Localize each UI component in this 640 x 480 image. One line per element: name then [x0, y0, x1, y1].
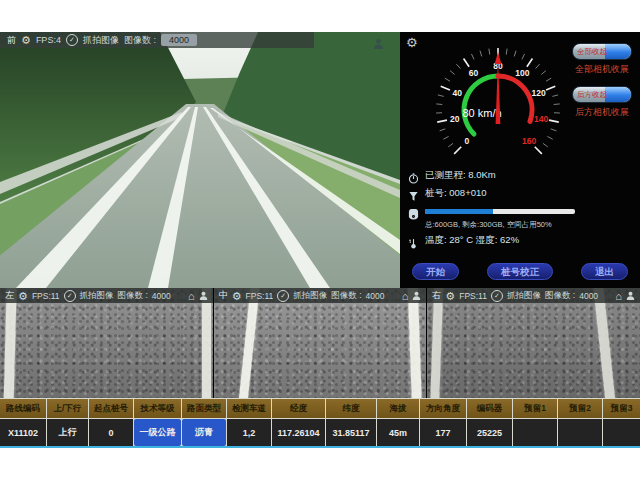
status-info: 已测里程: 8.0Km 桩号: 008+010	[408, 166, 608, 249]
stake-calibration-button[interactable]: 桩号校正	[487, 263, 553, 280]
fps-counter: FPS:11	[32, 291, 60, 301]
value-cell-road-grade[interactable]: 一级公路	[134, 419, 181, 446]
camera-position-label: 左	[5, 289, 14, 302]
gear-icon[interactable]: ⚙	[445, 291, 455, 301]
fps-counter: FPS:11	[459, 291, 487, 301]
person-icon[interactable]	[199, 291, 208, 300]
front-camera-view: 前 ⚙ FPS:4 ✓ 抓拍图像 图像数 : 4000	[0, 32, 400, 288]
svg-text:160: 160	[522, 136, 536, 146]
all-cameras-toggle[interactable]: 全部收起	[572, 43, 632, 60]
storage-progress-fill	[425, 209, 493, 214]
speedometer-gauge: 02040608010012014016080 km/h	[410, 32, 586, 164]
svg-text:100: 100	[515, 68, 529, 78]
environment-text: 温度: 28° C 湿度: 62%	[425, 234, 519, 247]
camera-position-label: 前	[7, 34, 16, 47]
capture-label: 抓拍图像	[293, 290, 327, 302]
header-cell: 编码器	[467, 399, 512, 418]
header-cell: 经度	[272, 399, 325, 418]
trip-meter-icon	[408, 170, 419, 181]
storage-text: 总:600GB, 剩余:300GB, 空间占用50%	[425, 220, 608, 229]
mileage-text: 已测里程: 8.0Km	[425, 169, 496, 182]
value-cell-encoder: 25225	[467, 419, 512, 446]
panel-buttons: 开始 桩号校正 退出	[400, 263, 640, 280]
storage-progress-bar	[425, 209, 575, 214]
value-cell-start-stake: 0	[89, 419, 133, 446]
gear-icon[interactable]: ⚙	[21, 35, 31, 45]
lane-marking	[202, 288, 211, 398]
middle-pavement-camera: 中 ⚙ FPS:11 ✓ 抓拍图像 图像数 : 4000 ⌂	[214, 288, 427, 398]
all-cameras-toggle-label: 全部相机收展	[575, 63, 629, 76]
value-cell-longitude: 117.26104	[272, 419, 325, 446]
table-header-row: 路线编码 上/下行 起点桩号 技术等级 路面类型 检测车道 经度 纬度 海拔 方…	[0, 398, 640, 418]
speed-readout: 80 km/h	[462, 107, 501, 119]
header-cell: 路面类型	[182, 399, 226, 418]
svg-text:20: 20	[450, 114, 460, 124]
front-camera-toolbar: 前 ⚙ FPS:4 ✓ 抓拍图像 图像数 : 4000	[0, 32, 314, 48]
exit-button[interactable]: 退出	[581, 263, 628, 280]
thermometer-icon	[408, 235, 419, 246]
capture-check-icon[interactable]: ✓	[491, 290, 503, 302]
main-row: 前 ⚙ FPS:4 ✓ 抓拍图像 图像数 : 4000 ⚙ 0204060801…	[0, 32, 640, 288]
all-cameras-toggle-block: 全部收起 全部相机收展	[567, 43, 637, 76]
value-cell-pavement-type[interactable]: 沥青	[182, 419, 226, 446]
value-cell-reserved1	[513, 419, 557, 446]
home-icon[interactable]: ⌂	[188, 291, 195, 301]
value-cell-heading: 177	[420, 419, 466, 446]
value-cell-reserved3	[603, 419, 640, 446]
value-cell-reserved2	[558, 419, 602, 446]
rear-cameras-toggle-text: 后方收起	[577, 90, 607, 100]
left-camera-toolbar: 左 ⚙ FPS:11 ✓ 抓拍图像 图像数 : 4000 ⌂	[0, 288, 213, 303]
storage-disk-icon	[408, 206, 419, 217]
pavement-cameras: 左 ⚙ FPS:11 ✓ 抓拍图像 图像数 : 4000 ⌂	[0, 288, 640, 398]
storage-row	[408, 202, 608, 220]
svg-text:140: 140	[534, 114, 548, 124]
page: 前 ⚙ FPS:4 ✓ 抓拍图像 图像数 : 4000 ⚙ 0204060801…	[0, 0, 640, 480]
camera-toggles: 全部收起 全部相机收展 后方收起 后方相机收展	[567, 43, 637, 119]
capture-check-icon[interactable]: ✓	[277, 290, 289, 302]
image-count-value: 4000	[366, 291, 385, 301]
person-icon[interactable]	[626, 291, 635, 300]
svg-text:60: 60	[469, 68, 479, 78]
start-button[interactable]: 开始	[412, 263, 459, 280]
capture-label: 抓拍图像	[80, 290, 114, 302]
fps-counter: FPS:4	[36, 35, 61, 45]
lane-marking	[430, 288, 444, 398]
header-cell: 路线编码	[0, 399, 46, 418]
header-cell: 起点桩号	[89, 399, 133, 418]
bottom-divider	[0, 446, 640, 448]
gear-icon[interactable]: ⚙	[18, 291, 28, 301]
rear-cameras-toggle[interactable]: 后方收起	[572, 86, 632, 103]
camera-position-label: 中	[219, 289, 228, 302]
image-count-label: 图像数 :	[545, 290, 575, 302]
stake-pin-icon	[408, 188, 419, 199]
middle-camera-toolbar: 中 ⚙ FPS:11 ✓ 抓拍图像 图像数 : 4000 ⌂	[214, 288, 427, 303]
survey-data-table: 路线编码 上/下行 起点桩号 技术等级 路面类型 检测车道 经度 纬度 海拔 方…	[0, 398, 640, 446]
home-icon[interactable]: ⌂	[615, 291, 622, 301]
capture-label: 抓拍图像	[507, 290, 541, 302]
right-camera-toolbar: 右 ⚙ FPS:11 ✓ 抓拍图像 图像数 : 4000 ⌂	[427, 288, 640, 303]
fps-counter: FPS:11	[246, 291, 274, 301]
value-cell-latitude: 31.85117	[326, 419, 376, 446]
capture-check-icon[interactable]: ✓	[66, 34, 78, 46]
rear-cameras-toggle-block: 后方收起 后方相机收展	[567, 86, 637, 119]
pavement-image	[0, 288, 213, 398]
svg-text:0: 0	[465, 136, 470, 146]
stake-text: 桩号: 008+010	[425, 187, 487, 200]
lane-marking	[593, 288, 617, 398]
capture-check-icon[interactable]: ✓	[64, 290, 76, 302]
header-cell: 预留2	[558, 399, 602, 418]
highway-scene	[0, 32, 400, 288]
person-icon[interactable]	[412, 291, 421, 300]
image-count-value[interactable]: 4000	[161, 34, 197, 46]
control-panel: ⚙ 02040608010012014016080 km/h 全部收起 全部相机…	[400, 32, 640, 288]
gear-icon[interactable]: ⚙	[232, 291, 242, 301]
header-cell: 上/下行	[47, 399, 88, 418]
header-cell: 纬度	[326, 399, 376, 418]
value-cell-route-code: X11102	[0, 419, 46, 446]
header-cell: 技术等级	[134, 399, 181, 418]
pavement-image	[427, 288, 640, 398]
left-pavement-camera: 左 ⚙ FPS:11 ✓ 抓拍图像 图像数 : 4000 ⌂	[0, 288, 213, 398]
rear-cameras-toggle-label: 后方相机收展	[575, 106, 629, 119]
user-icon[interactable]	[373, 35, 384, 46]
home-icon[interactable]: ⌂	[402, 291, 409, 301]
